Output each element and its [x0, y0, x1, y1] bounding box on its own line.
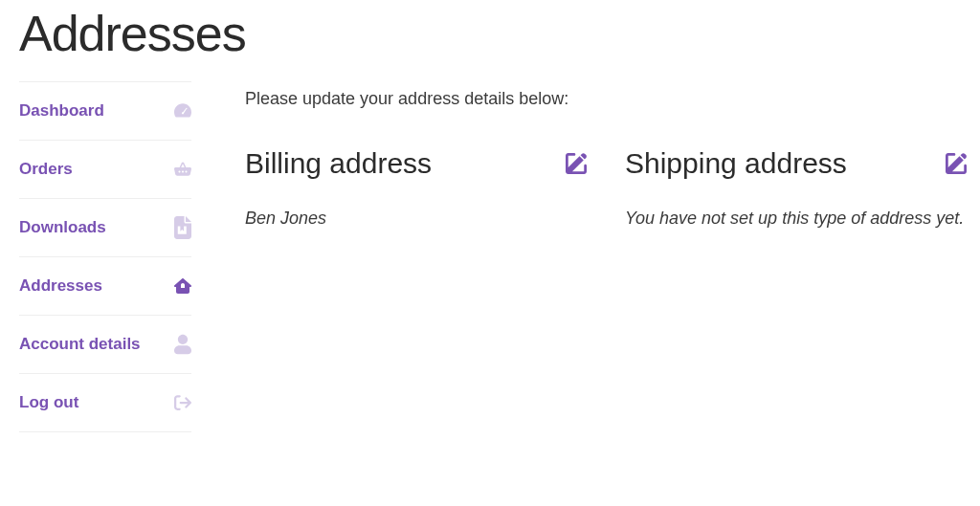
logout-icon: [174, 394, 191, 411]
billing-address-column: Billing address Ben Jones: [245, 147, 587, 229]
billing-heading: Billing address: [245, 147, 432, 180]
shipping-heading: Shipping address: [625, 147, 847, 180]
edit-shipping-button[interactable]: [946, 153, 967, 174]
sidebar-link-dashboard[interactable]: Dashboard: [19, 82, 191, 140]
intro-text: Please update your address details below…: [245, 89, 967, 109]
sidebar-item-downloads: Downloads: [19, 198, 191, 256]
sidebar-item-label: Addresses: [19, 276, 102, 296]
sidebar-item-label: Downloads: [19, 218, 106, 237]
main-content: Please update your address details below…: [245, 81, 967, 432]
sidebar-item-label: Orders: [19, 160, 73, 179]
shipping-address-column: Shipping address You have not set up thi…: [625, 147, 967, 229]
sidebar-item-orders: Orders: [19, 140, 191, 198]
sidebar-item-label: Account details: [19, 335, 141, 354]
account-sidebar: Dashboard Orders Downloads Addresses: [19, 81, 191, 432]
sidebar-item-dashboard: Dashboard: [19, 81, 191, 140]
sidebar-item-label: Dashboard: [19, 101, 104, 121]
shipping-address-body: You have not set up this type of address…: [625, 209, 967, 229]
edit-billing-button[interactable]: [566, 153, 587, 174]
page-title: Addresses: [0, 5, 980, 62]
sidebar-item-label: Log out: [19, 393, 78, 412]
edit-icon: [946, 153, 967, 174]
sidebar-item-logout: Log out: [19, 373, 191, 432]
sidebar-list: Dashboard Orders Downloads Addresses: [19, 81, 191, 432]
sidebar-item-addresses: Addresses: [19, 256, 191, 315]
billing-address-body: Ben Jones: [245, 209, 587, 229]
sidebar-link-downloads[interactable]: Downloads: [19, 199, 191, 256]
sidebar-link-logout[interactable]: Log out: [19, 374, 191, 431]
sidebar-link-addresses[interactable]: Addresses: [19, 257, 191, 315]
edit-icon: [566, 153, 587, 174]
sidebar-link-account-details[interactable]: Account details: [19, 316, 191, 373]
sidebar-item-account-details: Account details: [19, 315, 191, 373]
addresses-row: Billing address Ben Jones Shipping addre…: [245, 147, 967, 229]
sidebar-link-orders[interactable]: Orders: [19, 141, 191, 198]
